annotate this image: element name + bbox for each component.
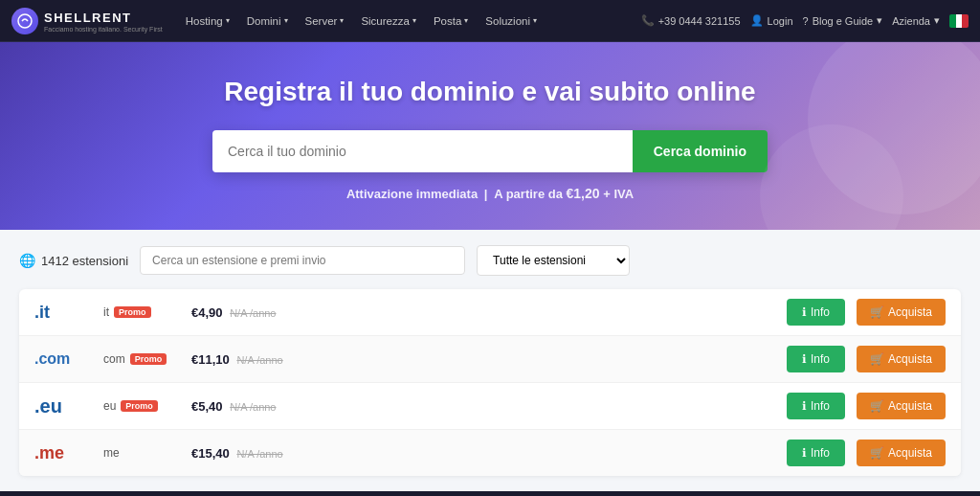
nav-right: 📞 +39 0444 321155 👤 Login ? Blog e Guide… xyxy=(641,14,969,28)
chevron-down-icon: ▾ xyxy=(533,16,537,25)
login-link[interactable]: 👤 Login xyxy=(750,14,793,27)
table-row: .eu eu Promo €5,40 N/A /anno ℹ Info 🛒 Ac… xyxy=(19,383,961,430)
extension-filter-select[interactable]: Tutte le estensioni xyxy=(477,245,630,276)
domain-price-it: €4,90 N/A /anno xyxy=(191,305,775,320)
domains-section: 🌐 1412 estensioni Tutte le estensioni .i… xyxy=(0,230,980,491)
promo-badge: Promo xyxy=(121,400,158,412)
hero-subtitle: Attivazione immediata | A partire da €1,… xyxy=(19,186,961,201)
logo-name: SHELLRENT xyxy=(44,11,132,25)
domain-ext-me: me xyxy=(103,446,180,460)
hero-section: Registra il tuo dominio e vai subito onl… xyxy=(0,42,980,230)
globe-icon: 🌐 xyxy=(19,253,35,268)
info-icon: ℹ xyxy=(802,352,807,366)
info-button-com[interactable]: ℹ Info xyxy=(787,346,845,372)
table-row: .com com Promo €11,10 N/A /anno ℹ Info 🛒… xyxy=(19,336,961,383)
chevron-down-icon: ▾ xyxy=(934,14,940,27)
cart-icon: 🛒 xyxy=(870,352,884,366)
navbar: SHELLRENT Facciamo hosting italiano. Sec… xyxy=(0,0,980,42)
buy-button-it[interactable]: 🛒 Acquista xyxy=(857,299,946,326)
info-button-me[interactable]: ℹ Info xyxy=(787,440,845,466)
info-button-it[interactable]: ℹ Info xyxy=(787,299,845,326)
domain-search-bar: Cerca dominio xyxy=(212,130,768,172)
promo-badge: Promo xyxy=(114,306,151,318)
info-icon: ℹ xyxy=(802,305,807,319)
domain-price-me: €15,40 N/A /anno xyxy=(191,446,775,461)
nav-links: Hosting ▾ Domini ▾ Server ▾ Sicurezza ▾ … xyxy=(178,11,637,31)
language-flag[interactable] xyxy=(949,14,969,28)
domain-ext-eu: eu Promo xyxy=(103,399,180,413)
chevron-down-icon: ▾ xyxy=(412,16,416,25)
chevron-down-icon: ▾ xyxy=(464,16,468,25)
circle-question-icon: ? xyxy=(803,15,809,27)
nav-hosting[interactable]: Hosting ▾ xyxy=(178,11,237,31)
azienda-link[interactable]: Azienda ▾ xyxy=(892,14,940,27)
extension-search-input[interactable] xyxy=(140,246,465,275)
table-row: .me me €15,40 N/A /anno ℹ Info 🛒 Acquist… xyxy=(19,430,961,476)
logo-subtext: Facciamo hosting italiano. Security Firs… xyxy=(44,26,163,33)
info-icon: ℹ xyxy=(802,399,807,413)
logo-icon xyxy=(11,8,38,34)
domain-search-button[interactable]: Cerca dominio xyxy=(633,130,768,172)
buy-button-me[interactable]: 🛒 Acquista xyxy=(857,440,946,466)
phone-icon: 📞 xyxy=(641,14,655,27)
domain-logo-eu: .eu xyxy=(34,395,92,417)
chevron-down-icon: ▾ xyxy=(284,16,288,25)
domain-logo-com: .com xyxy=(34,350,92,368)
chevron-down-icon: ▾ xyxy=(877,14,882,27)
domain-logo-me: .me xyxy=(34,443,92,463)
domain-ext-it: it Promo xyxy=(103,305,180,319)
cart-icon: 🛒 xyxy=(870,446,884,460)
nav-soluzioni[interactable]: Soluzioni ▾ xyxy=(478,11,545,31)
domain-search-input[interactable] xyxy=(212,130,633,172)
user-icon: 👤 xyxy=(750,14,764,27)
hero-title: Registra il tuo dominio e vai subito onl… xyxy=(19,77,961,107)
nav-sicurezza[interactable]: Sicurezza ▾ xyxy=(353,11,424,31)
domain-table: .it it Promo €4,90 N/A /anno ℹ Info 🛒 Ac… xyxy=(19,289,961,476)
domain-ext-com: com Promo xyxy=(103,352,180,366)
domains-toolbar: 🌐 1412 estensioni Tutte le estensioni xyxy=(19,245,961,276)
domain-price-com: €11,10 N/A /anno xyxy=(191,352,775,367)
chevron-down-icon: ▾ xyxy=(226,16,230,25)
domain-logo-it: .it xyxy=(34,303,92,323)
nav-posta[interactable]: Posta ▾ xyxy=(426,11,476,31)
domain-price-eu: €5,40 N/A /anno xyxy=(191,399,775,414)
extensions-count: 🌐 1412 estensioni xyxy=(19,253,128,268)
svg-point-0 xyxy=(18,14,32,28)
nav-domini[interactable]: Domini ▾ xyxy=(239,11,296,31)
phone-link[interactable]: 📞 +39 0444 321155 xyxy=(641,14,741,27)
blog-link[interactable]: ? Blog e Guide ▾ xyxy=(803,14,883,27)
table-row: .it it Promo €4,90 N/A /anno ℹ Info 🛒 Ac… xyxy=(19,289,961,336)
cart-icon: 🛒 xyxy=(870,305,884,319)
chevron-down-icon: ▾ xyxy=(340,16,344,25)
nav-server[interactable]: Server ▾ xyxy=(298,11,352,31)
logo[interactable]: SHELLRENT Facciamo hosting italiano. Sec… xyxy=(11,8,163,34)
cart-icon: 🛒 xyxy=(870,399,884,413)
buy-button-eu[interactable]: 🛒 Acquista xyxy=(857,393,946,419)
promo-badge: Promo xyxy=(130,353,167,365)
info-button-eu[interactable]: ℹ Info xyxy=(787,393,845,419)
info-icon: ℹ xyxy=(802,446,807,460)
buy-button-com[interactable]: 🛒 Acquista xyxy=(857,346,946,372)
logo-text-block: SHELLRENT Facciamo hosting italiano. Sec… xyxy=(44,9,163,33)
